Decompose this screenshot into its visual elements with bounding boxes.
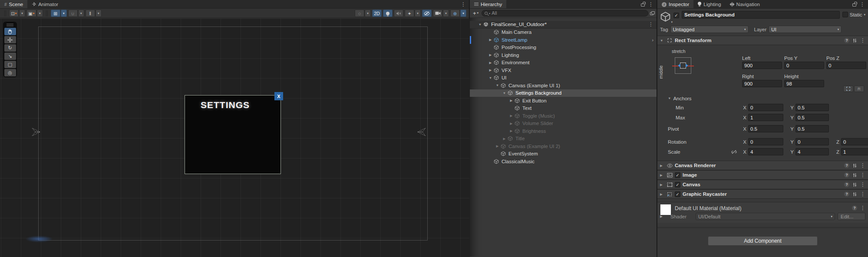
move-tool-button[interactable] (4, 36, 16, 43)
rotation-x-field[interactable]: 0 (748, 138, 783, 145)
tool-handle-rotation-caret[interactable]: ▾ (37, 10, 43, 17)
hierarchy-search-input[interactable]: ▾ All (482, 10, 648, 16)
inspector-panel-menu-icon[interactable]: ⋮ (860, 2, 865, 7)
settings-close-button[interactable]: X (274, 92, 283, 100)
static-checkbox[interactable]: ✓ (842, 12, 848, 17)
hierarchy-item-main-camera[interactable]: Main Camera (470, 29, 657, 36)
rotation-y-field[interactable]: 0 (795, 138, 829, 145)
tab-navigation[interactable]: Navigation (726, 0, 764, 8)
help-icon[interactable]: ? (844, 191, 849, 197)
scene-menu-icon[interactable]: ⋮ (648, 22, 653, 27)
shading-mode-button[interactable]: ◌ (355, 10, 364, 17)
component-menu-icon[interactable]: ⋮ (860, 38, 865, 43)
hierarchy-item-volume-slider[interactable]: ▶Volume Slider (470, 120, 657, 128)
tab-animator[interactable]: Animator (27, 0, 63, 8)
inspector-unlock-icon[interactable] (852, 3, 856, 7)
graphic-raycaster-header[interactable]: ▶ ✓ Graphic Raycaster ? ⋮ (657, 189, 868, 199)
help-icon[interactable]: ? (844, 38, 849, 43)
shader-dropdown[interactable]: UI/Default▾ (696, 213, 835, 220)
snap-magnet-button[interactable]: ∪ (68, 10, 78, 17)
grid-snapping-button[interactable]: ⊞ (51, 10, 60, 17)
foldout-arrow-icon[interactable]: ▶ (487, 53, 494, 57)
hierarchy-item-vfx[interactable]: ▶VFX (470, 66, 657, 74)
hierarchy-item-environment[interactable]: ▶Environment (470, 59, 657, 67)
raw-edit-button[interactable]: R (854, 86, 864, 92)
foldout-arrow-icon[interactable]: ▶ (508, 114, 515, 118)
scale-x-field[interactable]: 4 (748, 148, 783, 155)
hierarchy-item-lighting[interactable]: ▶Lighting (470, 51, 657, 59)
scale-tool-button[interactable]: ↘ (4, 53, 16, 60)
scene-viewport[interactable]: SETTINGS X ↻ ↘ ▢ ◎ (0, 19, 469, 257)
help-icon[interactable]: ? (844, 163, 849, 168)
hand-tool-button[interactable] (4, 28, 16, 35)
prefab-open-chevron-icon[interactable]: › (652, 37, 653, 43)
foldout-arrow-icon[interactable]: ▼ (494, 83, 501, 87)
hierarchy-item-brightness[interactable]: ▶Brightness (470, 127, 657, 135)
snap-magnet-caret[interactable]: ▾ (78, 10, 84, 17)
anchors-max-y-field[interactable]: 0.5 (795, 114, 829, 121)
grid-size-button[interactable]: ‖ (86, 10, 95, 17)
component-enabled-checkbox[interactable]: ✓ (675, 182, 680, 188)
component-menu-icon[interactable]: ⋮ (860, 163, 865, 168)
image-header[interactable]: ▶ ✓ Image ? ⋮ (657, 170, 868, 180)
hierarchy-item-canvas-example-ui-2[interactable]: ▶Canvas (Example UI 2) (470, 142, 657, 150)
tag-dropdown[interactable]: Untagged▾ (670, 26, 749, 33)
add-component-button[interactable]: Add Component (708, 236, 818, 246)
foldout-arrow-icon[interactable]: ▶ (508, 129, 515, 133)
grid-snapping-caret[interactable]: ▾ (61, 10, 67, 17)
scene-panel-menu-icon[interactable]: ⋮ (461, 2, 466, 7)
rect-transform-header[interactable]: ▼ Rect Transform ? ⋮ (657, 36, 868, 45)
foldout-arrow-icon[interactable]: ▶ (501, 137, 508, 141)
foldout-arrow-icon[interactable]: ▼ (477, 23, 483, 26)
hierarchy-item-exit-button[interactable]: ▶Exit Button (470, 97, 657, 105)
presets-icon[interactable] (852, 173, 857, 178)
field-label[interactable]: Pos Y (784, 56, 824, 61)
anchors-min-y-field[interactable]: 0.5 (795, 104, 829, 111)
shading-mode-caret[interactable]: ▾ (365, 10, 371, 17)
hierarchy-item-finalscene-ui-outdoor[interactable]: ▼FinalScene_UI_Outdoor*⋮ (470, 21, 657, 29)
scale-link-icon[interactable] (731, 150, 737, 154)
tool-handle-rotation-button[interactable]: ▣● (26, 10, 36, 17)
anchors-min-x-field[interactable]: 0 (748, 104, 783, 111)
effects-caret[interactable]: ▾ (415, 10, 421, 17)
foldout-arrow-icon[interactable]: ▼ (487, 76, 494, 80)
tools-drag-handle[interactable] (7, 24, 13, 26)
rotation-z-field[interactable]: 0 (841, 138, 868, 145)
tab-lighting[interactable]: Lighting (693, 0, 725, 8)
unlock-icon[interactable] (641, 3, 645, 7)
transform-tool-button[interactable]: ◎ (4, 69, 16, 76)
scene-audio-toggle[interactable] (394, 10, 403, 17)
foldout-arrow-icon[interactable]: ▶ (660, 164, 664, 168)
component-menu-icon[interactable]: ⋮ (860, 172, 865, 178)
foldout-arrow-icon[interactable]: ▼ (660, 39, 664, 43)
presets-icon[interactable] (852, 38, 857, 43)
material-preview-swatch[interactable] (660, 204, 671, 215)
scale-z-field[interactable]: 1 (841, 148, 868, 155)
tab-inspector[interactable]: i Inspector (657, 0, 693, 8)
layer-dropdown[interactable]: UI▾ (769, 26, 842, 33)
help-icon[interactable]: ? (844, 182, 849, 187)
hierarchy-item-postprocessing[interactable]: PostProcessing (470, 44, 657, 52)
gameobject-cube-icon[interactable]: ▾ (660, 11, 671, 23)
foldout-arrow-icon[interactable]: ▶ (487, 68, 494, 72)
hierarchy-item-title[interactable]: ▶Title (470, 135, 657, 143)
foldout-arrow-icon[interactable]: ▼ (501, 91, 508, 95)
blueprint-mode-button[interactable] (843, 86, 853, 92)
hierarchy-item-streetlamp[interactable]: ▶StreetLamp› (470, 36, 657, 44)
create-object-button[interactable]: +▾ (472, 10, 480, 16)
anchors-foldout[interactable]: ▼ Anchors (657, 94, 868, 102)
grid-size-caret[interactable]: ▾ (96, 10, 102, 17)
material-foldout-icon[interactable]: ▶ (660, 214, 664, 218)
hierarchy-item-toggle-music[interactable]: ▶Toggle (Music) (470, 112, 657, 120)
hierarchy-item-eventsystem[interactable]: EventSystem (470, 150, 657, 158)
scene-lighting-toggle[interactable] (383, 10, 393, 17)
presets-icon[interactable] (852, 182, 857, 187)
tool-handle-position-caret[interactable]: ▾ (19, 10, 25, 17)
foldout-arrow-icon[interactable]: ▶ (660, 173, 664, 177)
help-icon[interactable]: ? (844, 172, 849, 178)
foldout-arrow-icon[interactable]: ▶ (508, 122, 515, 125)
camera-settings-caret[interactable]: ▾ (443, 10, 449, 17)
active-checkbox[interactable]: ✓ (673, 13, 679, 18)
field-label[interactable]: Pos Z (826, 56, 866, 61)
hierarchy-item-classicalmusic[interactable]: ClassicalMusic (470, 158, 657, 165)
